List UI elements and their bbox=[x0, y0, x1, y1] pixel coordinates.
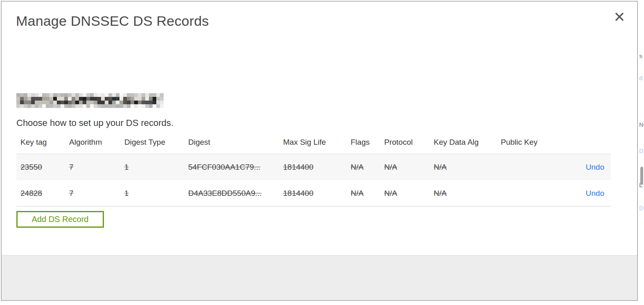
table-row: 24828 7 1 D4A33E8DD550A9... 1814400 N/A … bbox=[16, 180, 611, 206]
modal-footer: Save Cancel bbox=[2, 255, 637, 300]
page-scrollbar-thumb[interactable] bbox=[640, 167, 643, 185]
manage-dnssec-modal: Manage DNSSEC DS Records Choose how to s… bbox=[1, 1, 638, 301]
cell-algorithm: 7 bbox=[69, 163, 124, 172]
close-icon[interactable] bbox=[614, 11, 625, 22]
col-header-max-sig-life: Max Sig Life bbox=[283, 138, 351, 147]
redacted-domain-name bbox=[16, 93, 164, 108]
cell-protocol: N/A bbox=[384, 163, 434, 172]
add-ds-record-button[interactable]: Add DS Record bbox=[16, 211, 104, 228]
col-header-protocol: Protocol bbox=[384, 138, 434, 147]
cell-flags: N/A bbox=[351, 163, 384, 172]
cell-digest: D4A33E8DD550A9... bbox=[188, 189, 283, 198]
col-header-flags: Flags bbox=[351, 138, 384, 147]
background-page-sliver: s d N D L D bbox=[638, 0, 644, 305]
col-header-algorithm: Algorithm bbox=[69, 138, 124, 147]
cell-max-sig-life: 1814400 bbox=[283, 189, 351, 198]
cell-digest-type: 1 bbox=[124, 189, 188, 198]
ds-records-table: Key tag Algorithm Digest Type Digest Max… bbox=[16, 136, 611, 206]
undo-link[interactable]: Undo bbox=[586, 163, 604, 171]
cell-key-data-alg: N/A bbox=[434, 163, 501, 172]
cell-algorithm: 7 bbox=[69, 189, 124, 198]
table-row: 23550 7 1 54FCF030AA1C79... 1814400 N/A … bbox=[16, 154, 611, 180]
undo-link[interactable]: Undo bbox=[586, 189, 604, 197]
cell-max-sig-life: 1814400 bbox=[283, 163, 351, 172]
col-header-public-key: Public Key bbox=[501, 138, 577, 147]
col-header-key-tag: Key tag bbox=[20, 138, 69, 147]
cell-flags: N/A bbox=[351, 189, 384, 198]
cell-digest: 54FCF030AA1C79... bbox=[188, 163, 283, 172]
cell-protocol: N/A bbox=[384, 189, 434, 198]
cell-key-tag: 23550 bbox=[20, 163, 69, 172]
cell-key-data-alg: N/A bbox=[434, 189, 501, 198]
table-header-row: Key tag Algorithm Digest Type Digest Max… bbox=[16, 136, 611, 154]
col-header-key-data-alg: Key Data Alg bbox=[434, 138, 501, 147]
setup-instructions: Choose how to set up your DS records. bbox=[16, 118, 173, 128]
col-header-digest-type: Digest Type bbox=[124, 138, 188, 147]
modal-title: Manage DNSSEC DS Records bbox=[16, 13, 209, 29]
col-header-digest: Digest bbox=[188, 138, 283, 147]
cell-key-tag: 24828 bbox=[20, 189, 69, 198]
cell-digest-type: 1 bbox=[124, 163, 188, 172]
